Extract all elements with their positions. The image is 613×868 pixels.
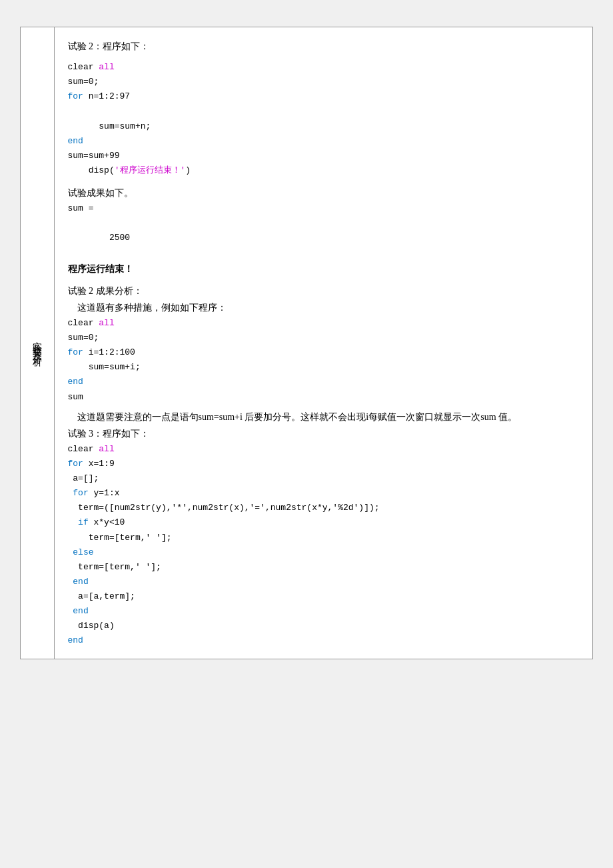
code-line (68, 104, 580, 119)
code-line: term=[term,' ']; (68, 531, 580, 545)
keyword-all: all (99, 444, 114, 454)
code-line: a=[a,term]; (68, 589, 580, 604)
exp3-title: 试验 3：程序如下： (68, 425, 580, 442)
code-block-2: clear all sum=0; for i=1:2:100 sum=sum+i… (68, 316, 580, 405)
keyword-if: if (78, 517, 89, 527)
left-label: 实验结果及分析 (21, 27, 54, 659)
keyword-for: for (73, 488, 88, 498)
keyword-end: end (68, 136, 83, 146)
exp2-title: 试验 2：程序如下： (68, 38, 580, 55)
keyword-all: all (99, 318, 114, 328)
code-line: if x*y<10 (68, 515, 580, 530)
keyword-for: for (68, 347, 83, 357)
code-line: for x=1:9 (68, 457, 580, 471)
code-line: disp(a) (68, 619, 580, 633)
code-line: end (68, 575, 580, 589)
keyword-end: end (68, 635, 83, 645)
keyword: clear (68, 62, 99, 72)
code-line: clear all (68, 60, 580, 75)
code-line: for i=1:2:100 (68, 345, 580, 360)
code-line: term=[term,' ']; (68, 560, 580, 575)
content-cell: 试验 2：程序如下： clear all sum=0; for n=1:2:97… (54, 27, 592, 659)
analysis-note: 这道题需要注意的一点是语句sum=sum+i 后要加分号。这样就不会出现i每赋值… (68, 409, 580, 425)
code-line: sum=0; (68, 75, 580, 89)
program-end-text: 程序运行结束！ (68, 261, 580, 277)
code-line: end (68, 134, 580, 149)
code-line: disp('程序运行结束！') (68, 163, 580, 178)
code-line: a=[]; (68, 471, 580, 486)
output-block: sum = 2500 (68, 201, 580, 260)
code-line: for n=1:2:97 (68, 89, 580, 104)
keyword: clear (68, 318, 99, 328)
keyword-end: end (73, 577, 88, 587)
code-line: sum=0; (68, 331, 580, 345)
code-block-3: clear all for x=1:9 a=[]; for y=1:x term… (68, 442, 580, 648)
code-block-1: clear all sum=0; for n=1:2:97 sum=sum+n;… (68, 60, 580, 178)
keyword: clear (68, 444, 99, 454)
code-line: for y=1:x (68, 486, 580, 501)
code-line: sum (68, 390, 580, 405)
code-line: clear all (68, 442, 580, 457)
code-line: sum=sum+i; (68, 360, 580, 375)
page-container: 实验结果及分析 试验 2：程序如下： clear all sum=0; for … (20, 27, 593, 659)
keyword-else: else (73, 547, 93, 557)
output-line (68, 245, 580, 260)
output-line: sum = (68, 201, 580, 216)
code-line: end (68, 604, 580, 619)
code-line: term=([num2str(y),'*',num2str(x),'=',num… (68, 501, 580, 515)
code-line: sum=sum+n; (68, 119, 580, 134)
keyword-all: all (99, 62, 114, 72)
code-line: end (68, 375, 580, 389)
keyword-for: for (68, 459, 83, 469)
output-line (68, 216, 580, 231)
code-line: else (68, 545, 580, 560)
result-title: 试验成果如下。 (68, 185, 580, 201)
code-line: clear all (68, 316, 580, 331)
analysis-title: 试验 2 成果分析： (68, 283, 580, 299)
keyword-for: for (68, 91, 83, 101)
keyword-end: end (73, 606, 88, 616)
keyword-end: end (68, 377, 83, 387)
string-val: '程序运行结束！' (115, 165, 186, 175)
code-line: end (68, 633, 580, 648)
main-table: 实验结果及分析 试验 2：程序如下： clear all sum=0; for … (21, 27, 592, 659)
code-line: sum=sum+99 (68, 149, 580, 163)
output-line: 2500 (68, 231, 580, 245)
analysis-desc: 这道题有多种措施，例如如下程序： (68, 299, 580, 316)
